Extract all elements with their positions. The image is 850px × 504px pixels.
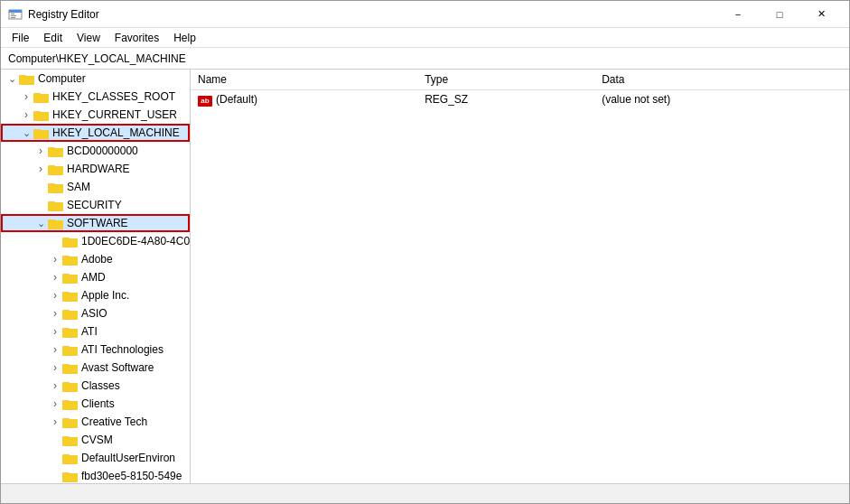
value-type-icon: ab	[198, 96, 212, 107]
tree-node-default_user[interactable]: DefaultUserEnviron	[1, 449, 190, 467]
minimize-button[interactable]: −	[717, 1, 759, 28]
expand-icon-guid1[interactable]	[48, 234, 62, 248]
tree-node-sam[interactable]: SAM	[1, 178, 190, 196]
folder-icon-clients	[62, 397, 79, 411]
expand-icon-apple[interactable]: ›	[48, 288, 62, 303]
tree-node-fbd[interactable]: fbd30ee5-8150-549e	[1, 467, 190, 483]
tree-node-security[interactable]: SECURITY	[1, 196, 190, 214]
col-data: Data	[594, 70, 849, 90]
svg-rect-4	[11, 17, 15, 18]
folder-icon-ati	[62, 324, 79, 339]
title-bar: Registry Editor − □ ✕	[1, 1, 849, 28]
tree-label-cvsm: CVSM	[81, 434, 113, 446]
menu-help[interactable]: Help	[166, 30, 203, 46]
folder-icon-hardware	[48, 162, 64, 176]
svg-rect-70	[62, 455, 78, 463]
svg-rect-55	[62, 365, 78, 373]
tree-label-security: SECURITY	[67, 199, 122, 211]
menu-bar: File Edit View Favorites Help	[1, 28, 849, 48]
expand-icon-sam[interactable]	[33, 180, 48, 194]
folder-icon-avast	[62, 360, 79, 375]
folder-icon-apple	[62, 288, 79, 303]
expand-icon-ati_tech[interactable]: ›	[48, 342, 62, 357]
expand-icon-current_user[interactable]: ›	[19, 107, 33, 122]
expand-icon-fbd[interactable]	[48, 469, 62, 483]
tree-label-fbd: fbd30ee5-8150-549e	[81, 470, 182, 482]
expand-icon-creative_tech[interactable]: ›	[48, 415, 62, 429]
folder-icon-software	[48, 216, 64, 230]
tree-node-ati[interactable]: › ATI	[1, 322, 190, 341]
expand-icon-amd[interactable]: ›	[48, 270, 62, 285]
folder-icon-computer	[19, 71, 35, 86]
svg-rect-25	[48, 184, 63, 192]
tree-node-creative_tech[interactable]: › Creative Tech	[1, 413, 190, 431]
tree-label-amd: AMD	[81, 271, 106, 284]
tree-panel[interactable]: ⌄ Computer› HKEY_CLASSES_ROOT› HKEY_CURR…	[1, 70, 191, 483]
tree-node-software[interactable]: ⌄ SOFTWARE	[1, 214, 190, 232]
tree-node-local_machine[interactable]: ⌄ HKEY_LOCAL_MACHINE	[1, 124, 190, 142]
expand-icon-software[interactable]: ⌄	[33, 216, 48, 230]
data-table: Name Type Data ab(Default)REG_SZ(value n…	[191, 70, 849, 109]
expand-icon-security[interactable]	[33, 198, 48, 212]
expand-icon-cvsm[interactable]	[48, 433, 62, 447]
svg-rect-43	[62, 293, 78, 301]
expand-icon-bcd[interactable]: ›	[33, 144, 48, 158]
menu-file[interactable]: File	[5, 30, 36, 46]
maximize-button[interactable]: □	[759, 1, 800, 28]
tree-label-ati_tech: ATI Technologies	[81, 343, 163, 356]
expand-icon-classes[interactable]: ›	[48, 378, 62, 393]
expand-icon-asio[interactable]: ›	[48, 306, 62, 321]
tree-node-ati_tech[interactable]: › ATI Technologies	[1, 341, 190, 359]
expand-icon-clients[interactable]: ›	[48, 397, 62, 411]
tree-node-amd[interactable]: › AMD	[1, 268, 190, 286]
expand-icon-adobe[interactable]: ›	[48, 252, 62, 266]
expand-icon-default_user[interactable]	[48, 451, 62, 465]
tree-label-clients: Clients	[81, 397, 115, 410]
expand-icon-computer[interactable]: ⌄	[5, 71, 19, 86]
svg-rect-31	[48, 220, 63, 229]
tree-node-cvsm[interactable]: CVSM	[1, 431, 190, 449]
svg-rect-67	[62, 437, 78, 445]
tree-label-default_user: DefaultUserEnviron	[81, 452, 175, 464]
svg-rect-61	[62, 401, 78, 409]
window-title: Registry Editor	[28, 8, 99, 21]
folder-icon-security	[48, 198, 64, 212]
expand-icon-avast[interactable]: ›	[48, 360, 62, 375]
tree-node-classes[interactable]: › Classes	[1, 377, 190, 395]
status-bar	[1, 483, 849, 503]
expand-icon-classes_root[interactable]: ›	[19, 89, 33, 104]
svg-rect-19	[48, 148, 63, 156]
address-bar: Computer\HKEY_LOCAL_MACHINE	[1, 48, 849, 70]
folder-icon-ati_tech	[62, 342, 79, 357]
tree-node-clients[interactable]: › Clients	[1, 395, 190, 413]
menu-view[interactable]: View	[70, 30, 107, 46]
tree-node-bcd[interactable]: › BCD00000000	[1, 142, 190, 160]
expand-icon-local_machine[interactable]: ⌄	[19, 126, 33, 140]
menu-edit[interactable]: Edit	[36, 30, 70, 46]
folder-icon-adobe	[62, 252, 79, 266]
tree-label-bcd: BCD00000000	[67, 145, 138, 157]
tree-node-guid1[interactable]: 1D0EC6DE-4A80-4C0	[1, 232, 190, 250]
tree-node-computer[interactable]: ⌄ Computer	[1, 70, 190, 88]
svg-rect-2	[11, 14, 14, 14]
tree-label-software: SOFTWARE	[67, 217, 128, 229]
tree-node-current_user[interactable]: › HKEY_CURRENT_USER	[1, 106, 190, 124]
svg-rect-28	[48, 202, 63, 210]
close-button[interactable]: ✕	[800, 1, 842, 28]
expand-icon-hardware[interactable]: ›	[33, 162, 48, 176]
svg-rect-49	[62, 329, 78, 337]
svg-rect-10	[33, 94, 49, 102]
tree-node-apple[interactable]: › Apple Inc.	[1, 286, 190, 304]
tree-node-hardware[interactable]: › HARDWARE	[1, 160, 190, 178]
expand-icon-ati[interactable]: ›	[48, 324, 62, 339]
tree-node-classes_root[interactable]: › HKEY_CLASSES_ROOT	[1, 88, 190, 106]
folder-icon-cvsm	[62, 433, 79, 447]
tree-node-asio[interactable]: › ASIO	[1, 304, 190, 322]
tree-label-creative_tech: Creative Tech	[81, 415, 147, 428]
menu-favorites[interactable]: Favorites	[107, 30, 166, 46]
tree-node-adobe[interactable]: › Adobe	[1, 250, 190, 268]
table-row[interactable]: ab(Default)REG_SZ(value not set)	[191, 90, 849, 109]
tree-node-avast[interactable]: › Avast Software	[1, 359, 190, 377]
svg-rect-64	[62, 419, 78, 427]
data-panel[interactable]: Name Type Data ab(Default)REG_SZ(value n…	[191, 70, 849, 483]
